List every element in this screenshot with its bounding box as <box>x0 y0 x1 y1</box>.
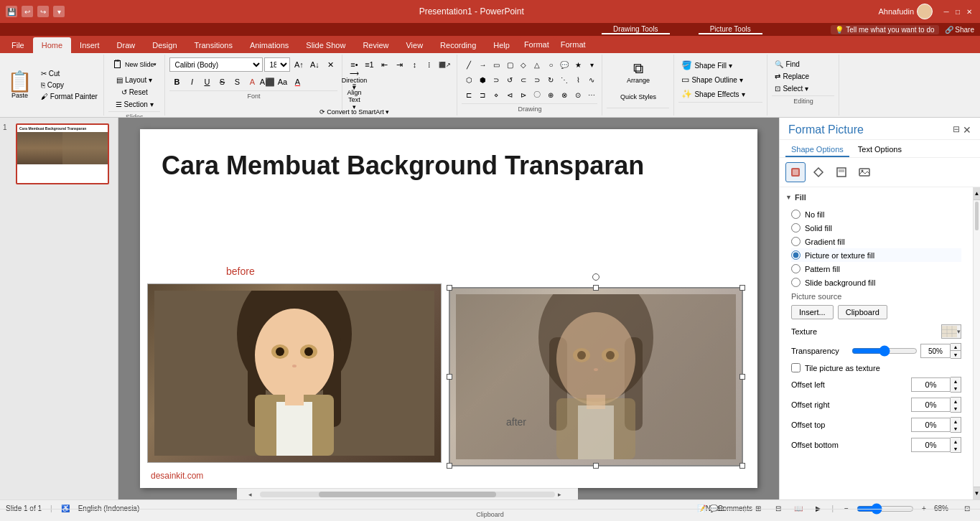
transparency-up-button[interactable]: ▲ <box>951 344 961 351</box>
shape-more[interactable]: ▾ <box>584 57 599 72</box>
shape-line[interactable]: ╱ <box>462 57 476 72</box>
shape-arrow[interactable]: → <box>475 57 490 72</box>
transparency-slider[interactable] <box>851 345 918 357</box>
decrease-font-button[interactable]: A↓ <box>307 57 322 72</box>
replace-button[interactable]: ⇄ Replace <box>772 71 834 82</box>
offset-right-input[interactable] <box>911 398 951 412</box>
size-tab-icon[interactable] <box>831 162 851 182</box>
font-name-select[interactable]: Calibri (Body) <box>169 57 263 72</box>
save-icon[interactable]: 💾 <box>6 6 17 17</box>
effects-tab-icon[interactable] <box>808 162 829 182</box>
offset-bottom-up[interactable]: ▲ <box>951 438 961 445</box>
shape-options-tab[interactable]: Shape Options <box>785 143 849 157</box>
increase-indent-button[interactable]: ⇥ <box>392 57 406 72</box>
decrease-indent-button[interactable]: ⇤ <box>377 57 391 72</box>
scroll-right-button[interactable]: ▸ <box>558 491 566 498</box>
select-button[interactable]: ⊡ Select ▾ <box>772 83 834 94</box>
fill-effects-tab-icon[interactable] <box>785 162 806 182</box>
shape-4[interactable]: ⊃ <box>489 72 503 87</box>
shape-17[interactable]: 〇 <box>530 88 544 102</box>
pattern-fill-radio[interactable] <box>791 264 801 273</box>
text-options-tab[interactable]: Text Options <box>852 143 907 157</box>
canvas-hscrollbar[interactable]: ◂ ▸ <box>237 488 578 499</box>
shape-diamond[interactable]: ◇ <box>516 57 531 72</box>
tab-view[interactable]: View <box>397 37 431 53</box>
shape-10[interactable]: ⌇ <box>571 72 585 87</box>
shape-rect[interactable]: ▭ <box>489 57 503 72</box>
shape-20[interactable]: ⊙ <box>571 88 585 102</box>
shape-7[interactable]: ⊃ <box>530 72 544 87</box>
shape-effects-button[interactable]: ✨ Shape Effects ▾ <box>678 88 762 100</box>
font-color-button[interactable]: A <box>245 75 259 89</box>
user-avatar[interactable] <box>917 4 933 19</box>
tab-slideshow[interactable]: Slide Show <box>297 37 354 53</box>
close-button[interactable]: ✕ <box>964 6 974 17</box>
shape-9[interactable]: ⋱ <box>557 72 571 87</box>
shape-rounded-rect[interactable]: ▢ <box>503 57 517 72</box>
tab-help[interactable]: Help <box>485 37 518 53</box>
picture-texture-fill-radio[interactable] <box>791 250 801 260</box>
tab-insert[interactable]: Insert <box>71 37 108 53</box>
rotate-handle[interactable] <box>592 273 599 281</box>
minimize-button[interactable]: ─ <box>941 6 951 17</box>
shape-19[interactable]: ⊗ <box>557 88 571 102</box>
shape-outline-button[interactable]: ▭ Shape Outline ▾ <box>678 73 762 86</box>
paragraph-dialog-button[interactable]: ⬛↗ <box>437 57 452 72</box>
tab-format-picture[interactable]: Format <box>555 37 592 53</box>
align-text-button[interactable]: ≡ Align Text ▾ <box>347 89 361 103</box>
highlight-button[interactable]: A⬛ <box>260 75 274 89</box>
layout-button[interactable]: ▤ Layout ▾ <box>113 75 155 85</box>
shape-star[interactable]: ★ <box>571 57 585 72</box>
arrange-button[interactable]: ⧉ Arrange <box>607 57 669 87</box>
line-spacing-button[interactable]: ↕ <box>407 57 421 72</box>
tab-format-drawing[interactable]: Format <box>518 37 555 53</box>
shape-13[interactable]: ⊐ <box>475 88 490 102</box>
shape-8[interactable]: ↻ <box>543 72 558 87</box>
undo-icon[interactable]: ↩ <box>22 6 33 17</box>
format-painter-button[interactable]: 🖌 Format Painter <box>38 91 101 102</box>
shape-triangle[interactable]: △ <box>530 57 544 72</box>
offset-left-down[interactable]: ▼ <box>951 385 961 392</box>
offset-top-up[interactable]: ▲ <box>951 418 961 425</box>
shape-14[interactable]: ⋄ <box>489 88 503 102</box>
section-button[interactable]: ☰ Section ▾ <box>113 99 157 110</box>
find-button[interactable]: 🔍 Find <box>772 59 834 70</box>
tell-me-box[interactable]: 💡 Tell me what you want to do <box>831 25 938 34</box>
scroll-left-button[interactable]: ◂ <box>248 491 257 498</box>
shape-fill-button[interactable]: 🪣 Shape Fill ▾ <box>678 59 762 72</box>
shape-11[interactable]: ∿ <box>584 72 599 87</box>
insert-button[interactable]: Insert... <box>791 305 834 319</box>
tab-review[interactable]: Review <box>354 37 397 53</box>
transparency-input[interactable] <box>920 344 951 358</box>
offset-left-input[interactable] <box>911 377 951 392</box>
font-color2-button[interactable]: A <box>290 75 304 89</box>
tab-draw[interactable]: Draw <box>108 37 144 53</box>
shape-5[interactable]: ↺ <box>503 72 517 87</box>
tab-design[interactable]: Design <box>144 37 185 53</box>
shape-6[interactable]: ⊂ <box>516 72 531 87</box>
scroll-thumb[interactable] <box>975 202 979 230</box>
convert-smartart-button[interactable]: ⟳ Convert to SmartArt ▾ <box>347 105 361 118</box>
reset-button[interactable]: ↺ Reset <box>118 87 151 98</box>
shape-21[interactable]: ⋯ <box>584 88 599 102</box>
clear-format-button[interactable]: ✕ <box>323 57 337 72</box>
tab-recording[interactable]: Recording <box>431 37 485 53</box>
slide-bg-fill-radio[interactable] <box>791 278 801 287</box>
offset-top-input[interactable] <box>911 418 951 432</box>
shape-12[interactable]: ⊏ <box>462 88 476 102</box>
after-image[interactable] <box>449 287 743 466</box>
shape-2[interactable]: ⬡ <box>462 72 476 87</box>
shape-15[interactable]: ⊲ <box>503 88 517 102</box>
shape-3[interactable]: ⬢ <box>475 72 490 87</box>
cut-button[interactable]: ✂ Cut <box>38 68 101 79</box>
hscroll-track[interactable] <box>260 492 555 497</box>
offset-bottom-down[interactable]: ▼ <box>951 445 961 452</box>
change-case-button[interactable]: Aa <box>275 75 289 89</box>
copy-button[interactable]: ⎘ Copy <box>38 80 101 90</box>
before-image[interactable] <box>147 283 442 463</box>
tile-picture-checkbox[interactable] <box>791 363 801 372</box>
clipboard-button[interactable]: Clipboard <box>838 305 887 319</box>
tab-file[interactable]: File <box>3 37 33 53</box>
strikethrough-button[interactable]: S <box>215 75 229 89</box>
offset-left-up[interactable]: ▲ <box>951 377 961 385</box>
